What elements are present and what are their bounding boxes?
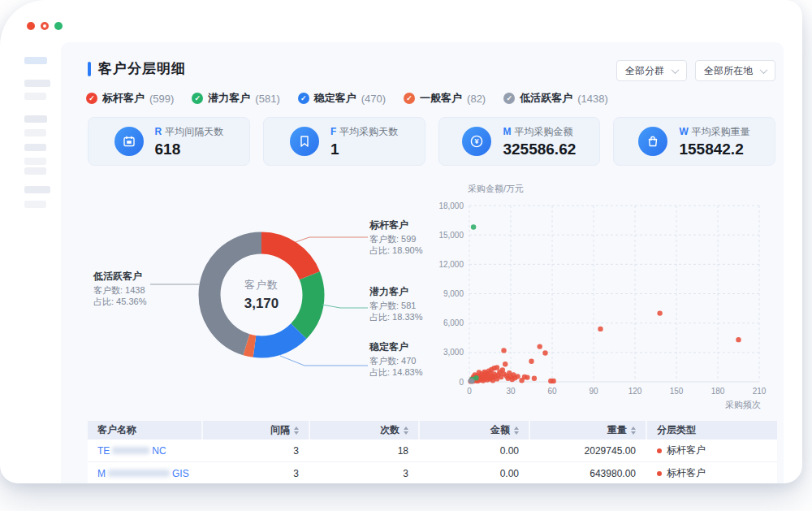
column-label: 金额 [490,423,510,437]
y-axis-label: 采购金额/万元 [468,184,524,193]
legend-item-1[interactable]: ✓潜力客户(581) [192,91,279,106]
stat-value: 325586.62 [503,141,576,158]
check-circle-icon: ✓ [86,93,97,104]
legend: ✓标杆客户(599)✓潜力客户(581)✓稳定客户(470)✓一般客户(82)✓… [86,91,608,106]
cell-times: 3 [310,462,418,483]
cell-weight: 643980.00 [530,462,646,483]
bag-icon [638,127,667,156]
location-filter-select[interactable]: 全部所在地 [695,60,775,81]
cell-interval: 3 [203,462,309,483]
sort-icon[interactable] [294,427,299,435]
cell-type: 标杆客户 [647,440,777,461]
minimize-icon[interactable] [41,22,49,30]
sort-icon[interactable] [631,427,636,435]
legend-count: (470) [361,93,386,105]
column-header-3[interactable]: 金额 [420,421,529,440]
stat-value: 618 [155,141,224,158]
sidebar-skeleton-item [24,129,46,136]
page-title-wrap: 客户分层明细 [88,59,186,78]
sidebar-skeleton-item [24,186,50,193]
customer-table: 客户名称间隔次数金额重量分层类型 TENC3180.002029745.00标杆… [88,421,777,483]
column-header-1[interactable]: 间隔 [203,421,309,440]
donut-center-value: 3,170 [221,296,302,312]
customer-name-link[interactable]: MGIS [88,462,201,483]
column-header-5: 分层类型 [647,421,777,440]
callout-percent: 占比: 45.36% [93,296,191,307]
table-row[interactable]: MGIS330.00643980.00标杆客户 [88,462,777,483]
cell-times: 18 [310,440,418,461]
page-title: 客户分层明细 [98,59,186,78]
stat-label: W平均采购重量 [679,125,749,139]
column-header-0: 客户名称 [88,421,201,440]
svg-text:150: 150 [670,387,684,396]
cell-type: 标杆客户 [647,462,777,483]
svg-text:15,000: 15,000 [438,231,464,240]
sidebar-skeleton-item [24,167,46,175]
scatter-chart[interactable]: 030609012015018021003,0006,0009,00012,00… [402,179,784,422]
sort-icon[interactable] [514,427,519,435]
table-body: TENC3180.002029745.00标杆客户MGIS330.0064398… [88,440,777,483]
cell-interval: 3 [203,440,309,461]
svg-text:0: 0 [467,387,472,396]
name-prefix: TE [97,445,110,457]
sort-icon[interactable] [404,427,408,435]
legend-item-3[interactable]: ✓一般客户(82) [404,91,486,106]
legend-label: 一般客户 [420,91,462,106]
segment-filter-select[interactable]: 全部分群 [616,60,687,81]
sidebar-skeleton [24,57,60,215]
legend-label: 低活跃客户 [520,91,572,106]
location-filter-value: 全部所在地 [704,64,753,78]
redacted-name-segment [112,447,149,454]
customer-name-link[interactable]: TENC [88,440,201,461]
check-circle-icon: ✓ [503,93,515,104]
table-header-row: 客户名称间隔次数金额重量分层类型 [88,421,777,440]
chevron-down-icon [760,66,768,74]
cell-amount: 0.00 [420,462,529,483]
svg-text:0: 0 [459,378,464,387]
check-circle-icon: ✓ [404,93,415,104]
calendar-icon [114,127,144,156]
sidebar-skeleton-item [24,158,46,165]
window-controls [27,22,63,30]
stat-value: 1 [330,141,398,158]
sidebar-skeleton-item [24,93,46,100]
redacted-name-segment [108,470,170,477]
sidebar-skeleton-item [24,115,47,123]
name-prefix: M [97,468,106,479]
main-panel: 客户分层明细 全部分群 全部所在地 ✓标杆客户(599)✓潜力客户(581)✓稳… [61,42,784,483]
bookmark-icon [290,127,319,156]
segment-filter-value: 全部分群 [625,64,664,78]
x-axis-label: 采购频次 [725,400,761,409]
table-row[interactable]: TENC3180.002029745.00标杆客户 [88,440,777,462]
sidebar-skeleton-item [24,144,46,151]
check-circle-icon: ✓ [192,93,203,104]
legend-count: (599) [149,93,174,105]
column-header-2[interactable]: 次数 [310,421,418,440]
svg-text:¥: ¥ [475,137,479,145]
legend-label: 潜力客户 [208,91,250,106]
legend-count: (581) [255,93,279,105]
column-label: 分层类型 [657,423,696,437]
svg-text:120: 120 [628,387,642,396]
column-header-4[interactable]: 重量 [530,421,646,440]
close-icon[interactable] [27,22,35,30]
filter-bar: 全部分群 全部所在地 [616,60,775,81]
name-suffix: GIS [172,468,189,479]
maximize-icon[interactable] [54,22,63,30]
svg-text:210: 210 [753,387,767,396]
callout-name: 低活跃客户 [93,271,191,282]
type-dot-icon [657,471,662,476]
column-label: 次数 [380,423,400,437]
legend-item-2[interactable]: ✓稳定客户(470) [298,91,386,106]
sidebar-skeleton-item [24,80,50,87]
svg-text:60: 60 [547,387,557,396]
cell-weight: 2029745.00 [530,440,646,461]
sidebar-skeleton-item [24,201,46,208]
type-label: 标杆客户 [667,444,706,457]
sidebar-skeleton-item [24,57,47,64]
svg-text:3,000: 3,000 [443,348,464,357]
legend-item-0[interactable]: ✓标杆客户(599) [86,91,174,106]
check-circle-icon: ✓ [298,93,309,104]
legend-item-4[interactable]: ✓低活跃客户(1438) [503,91,608,106]
donut-center-label: 客户数 3,170 [221,278,302,312]
